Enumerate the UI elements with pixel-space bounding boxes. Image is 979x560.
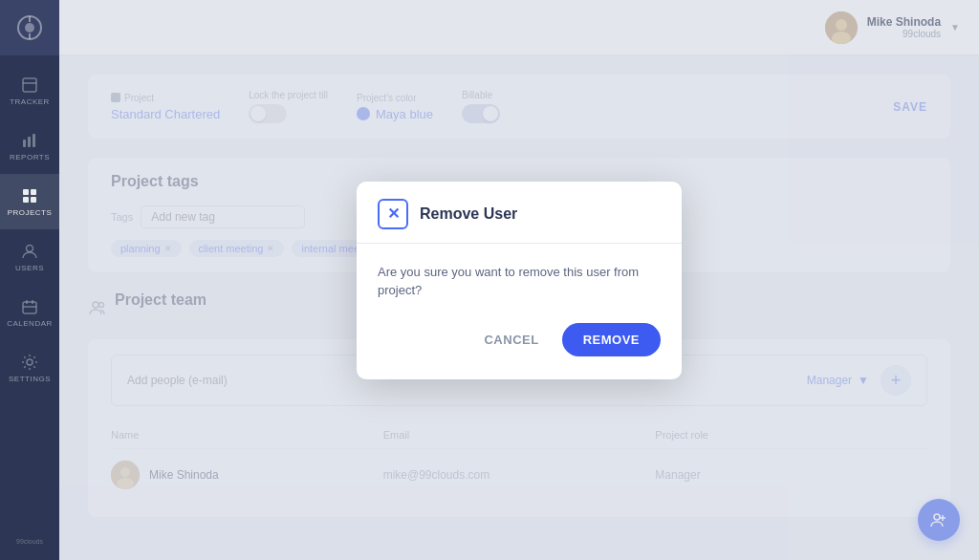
sidebar-item-reports[interactable]: REPORTS bbox=[0, 118, 59, 174]
svg-rect-6 bbox=[23, 140, 26, 147]
svg-rect-10 bbox=[31, 189, 36, 195]
sidebar: TRACKER REPORTS PROJECTS USERS bbox=[0, 0, 59, 560]
sidebar-item-calendar[interactable]: CALENDAR bbox=[0, 285, 59, 340]
dialog-actions: CANCEL REMOVE bbox=[378, 300, 661, 356]
remove-button[interactable]: REMOVE bbox=[562, 323, 661, 356]
sidebar-item-tracker[interactable]: TRACKER bbox=[0, 63, 59, 118]
svg-rect-12 bbox=[31, 197, 36, 203]
dialog-header: ✕ Remove User bbox=[357, 182, 682, 244]
svg-rect-7 bbox=[28, 137, 31, 147]
svg-point-13 bbox=[27, 245, 33, 251]
svg-rect-11 bbox=[23, 197, 29, 203]
sidebar-bottom: 99clouds bbox=[0, 522, 59, 560]
sidebar-item-projects[interactable]: PROJECTS bbox=[0, 174, 59, 229]
dialog-icon: ✕ bbox=[378, 199, 408, 229]
dialog-message: Are you sure you want to remove this use… bbox=[378, 263, 661, 300]
svg-rect-14 bbox=[23, 302, 36, 313]
modal-overlay: ✕ Remove User Are you sure you want to r… bbox=[59, 0, 979, 560]
svg-rect-4 bbox=[23, 78, 36, 92]
main-content: Mike Shinoda 99clouds ▼ Project Standard… bbox=[59, 0, 979, 560]
svg-rect-8 bbox=[33, 134, 35, 147]
svg-point-18 bbox=[27, 359, 33, 365]
remove-user-dialog: ✕ Remove User Are you sure you want to r… bbox=[357, 182, 682, 379]
sidebar-logo bbox=[0, 0, 59, 55]
cancel-button[interactable]: CANCEL bbox=[472, 325, 550, 355]
dialog-body: Are you sure you want to remove this use… bbox=[357, 244, 682, 379]
svg-rect-9 bbox=[23, 189, 29, 195]
dialog-title: Remove User bbox=[420, 205, 517, 223]
sidebar-item-users[interactable]: USERS bbox=[0, 229, 59, 285]
sidebar-item-settings[interactable]: SETTINGS bbox=[0, 340, 59, 396]
svg-point-1 bbox=[25, 23, 34, 32]
